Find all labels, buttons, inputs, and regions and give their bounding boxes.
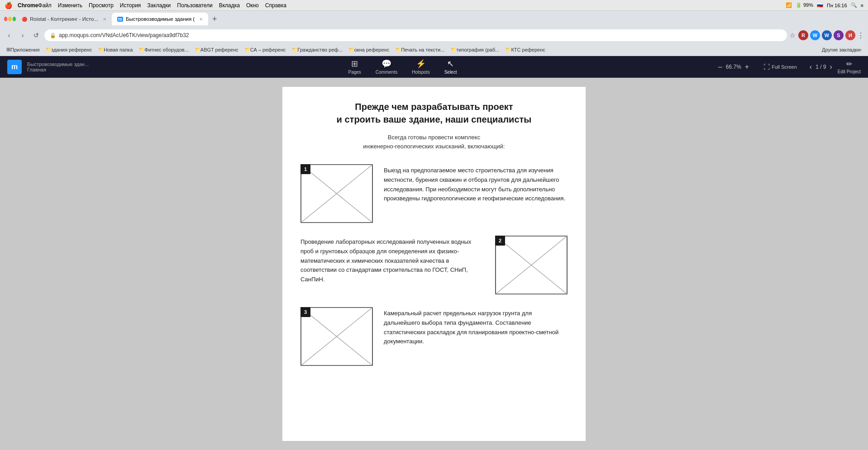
placeholder-svg-2 <box>496 236 567 294</box>
url-bar[interactable]: 🔒 app.moqups.com/VNdAcUe6TK/view/page/aa… <box>44 29 787 41</box>
bookmark-other-label: Другие закладки <box>822 47 860 52</box>
tab-2-favicon: m <box>117 17 123 22</box>
tab-bar: 🔴 Roistat - Колтрекинг - Исто... ✕ m Быс… <box>0 11 868 27</box>
bookmark-ca[interactable]: СА – референс <box>242 45 288 55</box>
profile-w[interactable]: W <box>810 30 820 40</box>
menu-window[interactable]: Окно <box>246 2 259 9</box>
menu-users[interactable]: Пользователи <box>177 2 212 9</box>
tab-1-favicon: 🔴 <box>22 17 27 22</box>
search-icon[interactable]: 🔍 <box>851 2 857 8</box>
tab-1-label: Roistat - Колтрекинг - Исто... <box>30 16 98 22</box>
profile-r[interactable]: R <box>798 30 808 40</box>
item-number-1: 1 <box>300 164 310 174</box>
bookmark-typo-label: типография (раб... <box>456 47 499 52</box>
reload-button[interactable]: ↺ <box>31 30 42 41</box>
image-placeholder-3: 3 <box>300 307 373 366</box>
item-text-2: Проведение лабораторных исследований пол… <box>300 236 484 284</box>
comments-button[interactable]: 💬 Comments <box>368 57 405 76</box>
menu-icon[interactable]: ≡ <box>861 3 863 8</box>
select-icon: ↖ <box>447 59 454 69</box>
bookmark-ca-label: СА – референс <box>250 47 286 52</box>
edit-icon: ✏ <box>846 60 852 68</box>
url-text: app.moqups.com/VNdAcUe6TK/view/page/aa9d… <box>59 32 189 38</box>
page-next-button[interactable]: › <box>830 63 832 71</box>
page-prev-button[interactable]: ‹ <box>810 63 812 71</box>
bookmark-other[interactable]: Другие закладки › <box>819 45 864 55</box>
menu-history[interactable]: История <box>120 2 141 9</box>
page-current: 1 <box>816 64 819 70</box>
profile-i[interactable]: И <box>845 30 855 40</box>
fullscreen-button[interactable]: ⛶ Full Screen <box>756 62 804 72</box>
profile-icons: R W W S И ⋮ <box>798 30 864 40</box>
toolbar-center: ⊞ Pages 💬 Comments ⚡ Hotspots ↖ Select <box>341 57 464 76</box>
bookmark-citizen[interactable]: Гражданство реф... <box>289 45 345 55</box>
profile-word[interactable]: W <box>822 30 832 40</box>
page-heading: Прежде чем разрабатывать проект и строит… <box>337 100 532 126</box>
tab-2[interactable]: m Быстровозводимые здания ( ✕ <box>112 13 208 25</box>
menu-tab[interactable]: Вкладка <box>219 2 240 9</box>
zoom-plus-button[interactable]: + <box>743 63 751 71</box>
placeholder-svg-1 <box>301 165 372 223</box>
bookmark-kts-label: КТС референс <box>511 47 545 52</box>
menu-view[interactable]: Просмотр <box>89 2 114 9</box>
app-toolbar: m Быстровозводимые здан... Главная ⊞ Pag… <box>0 56 868 78</box>
traffic-lights <box>4 13 16 25</box>
select-button[interactable]: ↖ Select <box>437 57 464 76</box>
bookmark-apps[interactable]: ⊞ Приложения <box>4 45 42 55</box>
menu-bar-items: Файл Изменить Просмотр История Закладки … <box>38 2 286 9</box>
profile-s[interactable]: S <box>834 30 844 40</box>
tab-2-close[interactable]: ✕ <box>199 17 203 22</box>
page-total: 9 <box>823 64 826 70</box>
bookmark-new-folder-label: Новая папка <box>104 47 133 52</box>
forward-button[interactable]: › <box>17 30 28 41</box>
fullscreen-label: Full Screen <box>772 64 797 70</box>
maximize-window[interactable] <box>13 17 16 21</box>
bookmark-buildings[interactable]: здания референс <box>43 45 95 55</box>
item-row-3: 3 Камеральный расчет предельных нагрузок… <box>300 307 568 366</box>
canvas-area[interactable]: Прежде чем разрабатывать проект и строит… <box>0 78 868 450</box>
minimize-window[interactable] <box>8 17 11 21</box>
pages-button[interactable]: ⊞ Pages <box>341 57 368 76</box>
bookmark-print[interactable]: Печать на тексти... <box>393 45 447 55</box>
back-button[interactable]: ‹ <box>4 30 14 41</box>
menu-bookmarks[interactable]: Закладки <box>147 2 171 9</box>
bookmark-new-folder[interactable]: Новая папка <box>95 45 135 55</box>
menu-edit[interactable]: Изменить <box>58 2 82 9</box>
tab-2-label: Быстровозводимые здания ( <box>126 16 195 22</box>
app-logo: m <box>7 60 22 74</box>
more-button[interactable]: ⋮ <box>857 31 864 40</box>
close-window[interactable] <box>4 17 7 21</box>
bookmark-fitness[interactable]: Фитнес оборудов... <box>136 45 191 55</box>
edit-project-button[interactable]: ✏ Edit Project <box>838 60 861 74</box>
breadcrumb-home[interactable]: Главная <box>27 67 89 72</box>
bookmarks-bar: ⊞ Приложения здания референс Новая папка… <box>0 43 868 56</box>
breadcrumb-title: Быстровозводимые здан... <box>27 62 89 67</box>
pages-label: Pages <box>348 70 361 75</box>
bookmark-windows[interactable]: окна референс <box>346 45 392 55</box>
image-placeholder-1: 1 <box>300 164 373 223</box>
main-area: Прежде чем разрабатывать проект и строит… <box>0 78 868 450</box>
hotspots-icon: ⚡ <box>416 59 426 69</box>
menu-file[interactable]: Файл <box>38 2 52 9</box>
heading-line2: и строить ваше здание, наши специалисты <box>337 113 532 126</box>
bookmark-star-icon[interactable]: ☆ <box>790 32 796 39</box>
bookmark-typo[interactable]: типография (раб... <box>448 45 502 55</box>
menubar-right: 📶 🔋 99% 🇷🇺 Пн 16:16 🔍 ≡ <box>786 2 863 8</box>
bookmark-kts[interactable]: КТС референс <box>503 45 548 55</box>
mac-menubar: 🍎 Chrome Файл Изменить Просмотр История … <box>0 0 868 11</box>
tab-1-close[interactable]: ✕ <box>103 17 106 22</box>
zoom-value: 66.7% <box>726 64 741 70</box>
lock-icon: 🔒 <box>50 33 56 38</box>
zoom-minus-button[interactable]: – <box>716 63 724 71</box>
menu-help[interactable]: Справка <box>265 2 286 9</box>
apple-menu[interactable]: 🍎 <box>5 2 12 9</box>
item-row-2: 2 Проведение лабораторных исследований п… <box>300 236 568 294</box>
new-tab-button[interactable]: + <box>208 13 221 25</box>
comments-icon: 💬 <box>382 59 391 69</box>
fullscreen-icon: ⛶ <box>763 63 770 71</box>
page-indicator: 1 / 9 <box>816 64 826 70</box>
zoom-control[interactable]: – 66.7% + <box>716 63 751 71</box>
bookmark-abgt[interactable]: ABGT референс <box>192 45 241 55</box>
hotspots-button[interactable]: ⚡ Hotspots <box>405 57 437 76</box>
tab-1[interactable]: 🔴 Roistat - Колтрекинг - Исто... ✕ <box>16 13 112 25</box>
